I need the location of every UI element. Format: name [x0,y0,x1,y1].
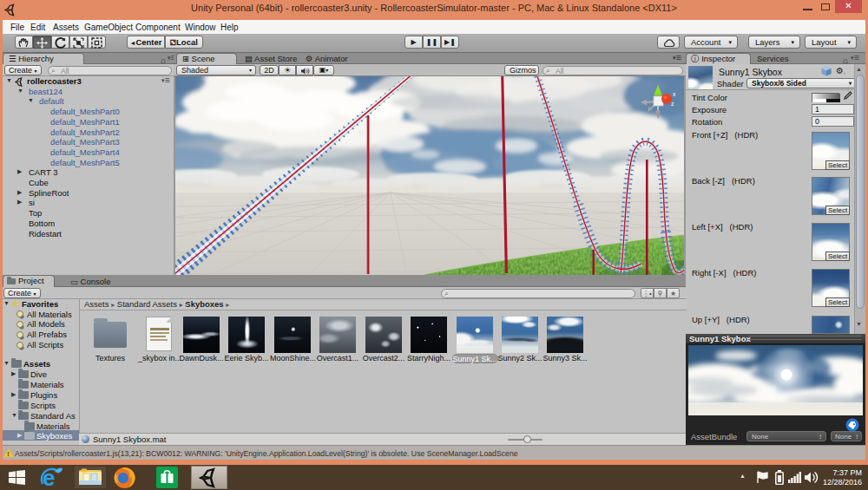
svg-text:x: x [673,91,676,97]
svg-text:z: z [671,101,674,107]
